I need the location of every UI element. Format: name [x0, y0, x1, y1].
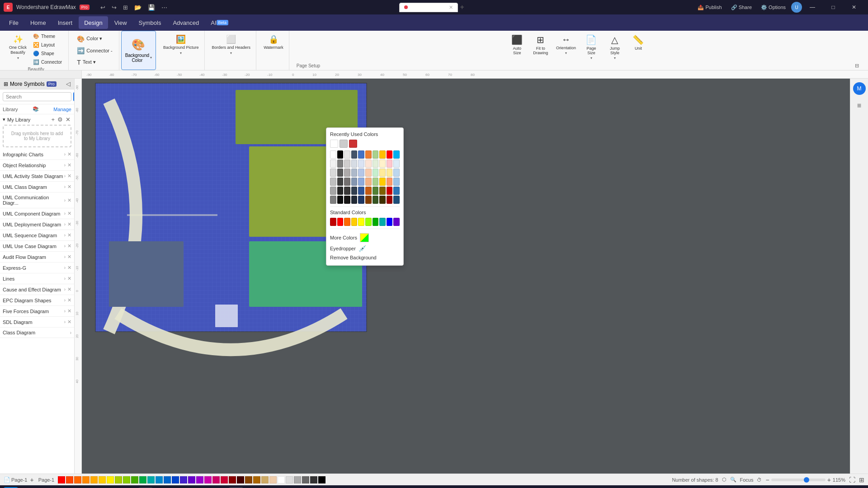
shade-4-9[interactable]	[387, 187, 393, 195]
canvas-area[interactable]: Recently Used Colors	[82, 79, 868, 474]
std-color-6[interactable]	[365, 218, 372, 226]
shade-5-1[interactable]	[330, 196, 336, 204]
std-color-4[interactable]	[351, 218, 358, 226]
eyedropper-row[interactable]: Eyedropper 💉	[330, 244, 400, 253]
open-button[interactable]: 📂	[132, 4, 143, 11]
shade-5-3[interactable]	[344, 196, 350, 204]
std-color-5[interactable]	[358, 218, 364, 226]
palette-red[interactable]	[58, 476, 65, 483]
section-uml-class[interactable]: UML Class Diagram › ✕	[0, 182, 74, 192]
shade-2-1[interactable]	[330, 169, 336, 177]
section-close[interactable]: ✕	[67, 184, 71, 190]
palette-lime[interactable]	[123, 476, 130, 483]
shade-3-2[interactable]	[337, 178, 344, 186]
section-close[interactable]: ✕	[67, 162, 71, 168]
timer-icon[interactable]: ⏱	[757, 477, 762, 483]
menu-design[interactable]: Design	[79, 16, 108, 29]
more-colors-row[interactable]: More Colors	[330, 232, 400, 244]
palette-amber[interactable]	[90, 476, 98, 483]
shade-1-2[interactable]	[337, 160, 344, 168]
recent-color-white[interactable]	[330, 140, 338, 148]
palette-dark-red[interactable]	[237, 476, 244, 483]
publish-button[interactable]: 📤 Publish	[694, 5, 725, 10]
unit-button[interactable]: 📏 Unit	[628, 33, 648, 52]
shade-2-9[interactable]	[387, 169, 393, 177]
search-input[interactable]	[3, 92, 71, 101]
shade-2-5[interactable]	[358, 169, 364, 177]
palette-yellow[interactable]	[107, 476, 114, 483]
shade-1-8[interactable]	[379, 160, 386, 168]
orientation-button[interactable]: ↔️ Orientation ▾	[554, 33, 578, 57]
shade-2-2[interactable]	[337, 169, 344, 177]
palette-tan[interactable]	[253, 476, 260, 483]
section-class-diagram[interactable]: Class Diagram ›	[0, 328, 74, 338]
color-blue[interactable]	[358, 150, 364, 159]
new-tab-button[interactable]: ⊞	[121, 4, 130, 11]
color-black[interactable]	[337, 150, 344, 159]
palette-purple[interactable]	[196, 476, 203, 483]
color-red[interactable]	[387, 150, 393, 159]
std-color-9[interactable]	[387, 218, 393, 226]
std-color-7[interactable]	[373, 218, 379, 226]
background-color-arrow[interactable]: ▾	[150, 56, 152, 60]
section-close[interactable]: ✕	[67, 173, 71, 179]
palette-peach[interactable]	[269, 476, 277, 483]
shade-5-4[interactable]	[351, 196, 358, 204]
menu-ai[interactable]: AI Beta	[205, 16, 234, 29]
shade-5-7[interactable]	[373, 196, 379, 204]
palette-khaki[interactable]	[261, 476, 269, 483]
section-close[interactable]: ✕	[67, 265, 71, 271]
section-express-g[interactable]: Express-G › ✕	[0, 263, 74, 273]
connector-button[interactable]: ➡️ Connector -	[74, 46, 115, 55]
color-ltgreen[interactable]	[373, 150, 379, 159]
shade-2-7[interactable]	[373, 169, 379, 177]
section-epc[interactable]: EPC Diagram Shapes › ✕	[0, 295, 74, 306]
section-sdl[interactable]: SDL Diagram › ✕	[0, 317, 74, 328]
section-cause-effect[interactable]: Cause and Effect Diagram › ✕	[0, 284, 74, 295]
shade-1-10[interactable]	[393, 160, 400, 168]
section-uml-sequence[interactable]: UML Sequence Diagram › ✕	[0, 230, 74, 241]
color-ltblue[interactable]	[393, 150, 400, 159]
menu-advanced[interactable]: Advanced	[167, 16, 204, 29]
zoom-slider[interactable]	[771, 479, 826, 481]
std-color-1[interactable]	[330, 218, 336, 226]
section-close[interactable]: ✕	[67, 297, 71, 303]
share-button[interactable]: 🔗 Share	[727, 5, 755, 10]
palette-brown[interactable]	[245, 476, 252, 483]
shade-4-2[interactable]	[337, 187, 344, 195]
recent-color-gray[interactable]	[340, 140, 348, 148]
shade-5-8[interactable]	[379, 196, 386, 204]
fit-drawing-button[interactable]: ⊞ Fit toDrawing	[531, 33, 551, 57]
section-lines[interactable]: Lines › ✕	[0, 273, 74, 284]
section-object-relationship[interactable]: Object Relationship › ✕	[0, 160, 74, 171]
shade-4-8[interactable]	[379, 187, 386, 195]
undo-button[interactable]: ↩	[99, 4, 107, 11]
section-audit-flow[interactable]: Audit Flow Diagram › ✕	[0, 252, 74, 263]
shade-3-9[interactable]	[387, 178, 393, 186]
recent-color-red[interactable]	[349, 140, 357, 148]
palette-violet[interactable]	[188, 476, 195, 483]
save-button[interactable]: 💾	[146, 4, 157, 11]
section-uml-comm[interactable]: UML Communication Diagr... › ✕	[0, 192, 74, 208]
maximize-button[interactable]: □	[823, 0, 844, 14]
manage-button[interactable]: Manage	[53, 107, 71, 112]
menu-home[interactable]: Home	[25, 16, 52, 29]
section-close[interactable]: ✕	[67, 197, 71, 203]
auto-size-button[interactable]: ⬛ AutoSize	[507, 33, 527, 57]
shade-3-3[interactable]	[344, 178, 350, 186]
shade-5-2[interactable]	[337, 196, 344, 204]
shade-4-6[interactable]	[365, 187, 372, 195]
expand-button[interactable]: ⊞	[859, 476, 864, 483]
shade-5-10[interactable]	[393, 196, 400, 204]
shade-4-1[interactable]	[330, 187, 336, 195]
redo-button[interactable]: ↪	[110, 4, 118, 11]
jump-style-button[interactable]: △ JumpStyle ▾	[605, 33, 625, 62]
more-options-button[interactable]: ⋯	[160, 4, 169, 11]
text-button[interactable]: T Text ▾	[74, 58, 99, 67]
section-close[interactable]: ✕	[67, 151, 71, 157]
section-close[interactable]: ✕	[67, 221, 71, 227]
shade-5-9[interactable]	[387, 196, 393, 204]
shade-2-8[interactable]	[379, 169, 386, 177]
layout-btn[interactable]: 🔀 Layout	[30, 41, 65, 49]
page-size-button[interactable]: 📄 PageSize ▾	[581, 33, 601, 62]
